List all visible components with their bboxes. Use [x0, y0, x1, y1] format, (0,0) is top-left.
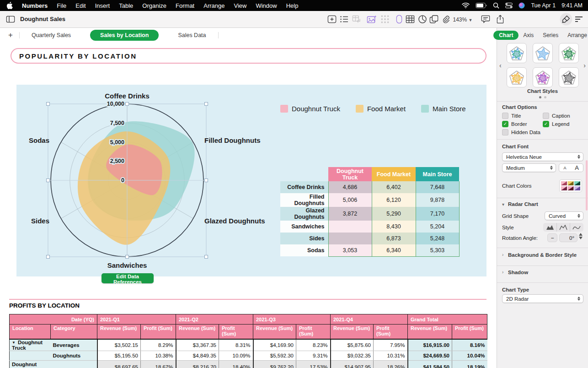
selection-handle[interactable] — [205, 103, 208, 106]
menu-item-help[interactable]: Help — [282, 2, 303, 9]
sheet-tab-sales-by-location[interactable]: Sales by Location — [90, 30, 159, 41]
chart-legend[interactable]: Doughnut TruckFood MarketMain Store — [280, 105, 466, 113]
data-cell[interactable]: 6,340 — [372, 244, 416, 256]
selection-handle[interactable] — [126, 103, 129, 106]
shadow-label[interactable]: Shadow — [508, 270, 528, 275]
selection-handle[interactable] — [126, 255, 129, 259]
shape-icon[interactable] — [396, 15, 402, 24]
data-cell[interactable]: 10.38% — [141, 351, 176, 360]
location-cell[interactable]: Doughnut Truck Total — [10, 360, 51, 368]
sheet-tab-quarterly-sales[interactable]: Quarterly Sales — [20, 30, 83, 41]
zoom-control[interactable]: 143% ▼ — [453, 16, 473, 23]
data-cell[interactable]: 8.29% — [141, 339, 176, 351]
profits-pivot-table[interactable]: Date (YQ)2021-Q12021-Q22021-Q32021-Q4Gra… — [9, 314, 487, 368]
selection-handle[interactable] — [205, 179, 208, 182]
inspector-tab-axis[interactable]: Axis — [519, 31, 538, 40]
caption-checkbox[interactable] — [543, 113, 549, 119]
quarter-header-2021-q4[interactable]: 2021-Q4 — [331, 314, 408, 325]
categories-icon[interactable] — [353, 16, 361, 23]
data-cell[interactable]: 8.23% — [296, 339, 331, 351]
data-cell[interactable]: 10.09% — [219, 351, 253, 360]
organize-icon[interactable] — [575, 16, 583, 22]
font-size-decrease-button[interactable]: A — [559, 163, 571, 172]
format-brush-icon[interactable] — [562, 16, 570, 23]
menu-item-numbers[interactable]: Numbers — [16, 2, 52, 9]
category-cell[interactable]: Beverages — [51, 339, 97, 351]
sub-header-revenue-sum[interactable]: Revenue (Sum) — [97, 325, 141, 339]
sub-header-profit-sum[interactable]: Profit (Sum) — [374, 325, 408, 339]
data-cell[interactable]: 10.31% — [374, 351, 408, 360]
quarter-header-grand-total[interactable]: Grand Total — [408, 314, 487, 325]
disclosure-triangle-icon[interactable]: ▼ — [12, 341, 16, 345]
menu-item-file[interactable]: File — [52, 2, 71, 9]
data-cell[interactable]: 17.53% — [296, 360, 331, 368]
category-header[interactable]: Category — [51, 325, 97, 339]
sheet-tab-sales-data[interactable]: Sales Data — [166, 30, 218, 41]
data-cell[interactable]: 5,006 — [328, 193, 372, 207]
font-family-dropdown[interactable]: Helvetica Neue — [502, 152, 583, 161]
section-expand-icon[interactable]: › — [502, 270, 503, 275]
data-cell[interactable]: $5,195.50 — [97, 351, 141, 360]
sub-header-revenue-sum[interactable]: Revenue (Sum) — [331, 325, 374, 339]
media-icon[interactable] — [367, 16, 377, 23]
selection-handle[interactable] — [47, 103, 50, 106]
table-icon[interactable] — [406, 16, 415, 23]
styles-prev-icon[interactable]: ‹ — [499, 62, 502, 69]
background-border-style-label[interactable]: Background & Border Style — [508, 252, 577, 258]
inspector-tab-series[interactable]: Series — [538, 31, 563, 40]
data-cell[interactable]: 7,170 — [416, 207, 459, 221]
column-header-doughnut-truck[interactable]: Doughnut Truck — [328, 167, 372, 181]
data-cell[interactable]: 6,873 — [372, 233, 416, 244]
title-checkbox[interactable] — [502, 113, 508, 119]
menu-item-window[interactable]: Window — [251, 2, 281, 9]
share-icon[interactable] — [497, 15, 504, 24]
sub-header-profit-sum[interactable]: Profit (Sum) — [452, 325, 487, 339]
data-cell[interactable]: $14,907.95 — [331, 360, 374, 368]
border-checkbox[interactable]: ✓ — [502, 121, 508, 127]
shapes-icon[interactable] — [430, 15, 438, 23]
chart-style-thumbnail-6[interactable] — [559, 67, 579, 87]
data-cell[interactable]: $5,592.30 — [253, 351, 296, 360]
selection-handle[interactable] — [47, 179, 50, 182]
edit-data-references-button[interactable]: Edit Data References — [102, 273, 154, 283]
legend-item-food-market[interactable]: Food Market — [356, 105, 406, 113]
radar-chart-object[interactable]: 02,5005,0007,50010,000Coffee DrinksFille… — [16, 85, 486, 276]
rotation-stepper[interactable] — [579, 233, 583, 239]
sort-filter-icon[interactable] — [340, 16, 348, 23]
radar-style-line-button[interactable] — [556, 223, 570, 232]
chart-style-thumbnail-4[interactable] — [507, 67, 527, 87]
data-cell[interactable]: $8,697.65 — [97, 360, 141, 368]
data-cell[interactable]: $9,762.20 — [253, 360, 296, 368]
styles-next-icon[interactable]: › — [583, 62, 586, 69]
data-cell[interactable]: $41,584.50 — [408, 360, 452, 368]
data-cell[interactable]: 6,120 — [372, 193, 416, 207]
source-data-table[interactable]: Doughnut TruckFood MarketMain StoreCoffe… — [280, 167, 460, 257]
section-collapse-icon[interactable]: ▾ — [502, 202, 504, 207]
data-cell[interactable]: 18.26% — [374, 360, 408, 368]
chart-style-thumbnail-2[interactable] — [533, 43, 553, 63]
sheet-canvas[interactable]: POPULARITY BY LOCATION 02,5005,0007,5001… — [0, 43, 497, 368]
data-cell[interactable]: 8,430 — [372, 221, 416, 233]
menu-date[interactable]: Tue Apr 1 — [531, 2, 556, 9]
data-cell[interactable] — [328, 221, 372, 233]
data-cell[interactable]: 8.16% — [452, 339, 487, 351]
data-cell[interactable]: 7,648 — [416, 181, 459, 193]
data-cell[interactable]: 8.31% — [219, 339, 253, 351]
row-header[interactable]: Filled Doughnuts — [280, 193, 328, 207]
sub-header-revenue-sum[interactable]: Revenue (Sum) — [253, 325, 296, 339]
sheet-title-textbox[interactable]: POPULARITY BY LOCATION — [11, 48, 486, 64]
font-weight-dropdown[interactable]: Medium — [502, 163, 556, 172]
legend-item-main-store[interactable]: Main Store — [421, 105, 466, 113]
data-cell[interactable]: 18.40% — [219, 360, 253, 368]
menu-item-insert[interactable]: Insert — [91, 2, 115, 9]
data-cell[interactable]: $16,915.00 — [408, 339, 452, 351]
category-cell[interactable]: Doughnuts — [51, 351, 97, 360]
data-cell[interactable]: $9,032.35 — [331, 351, 374, 360]
inspector-tab-arrange[interactable]: Arrange — [563, 31, 588, 40]
spotlight-icon[interactable] — [493, 2, 499, 9]
font-size-increase-button[interactable]: A — [571, 163, 583, 172]
quarter-header-2021-q3[interactable]: 2021-Q3 — [253, 314, 331, 325]
styles-pager-dots[interactable] — [497, 96, 588, 98]
grid-icon[interactable] — [381, 16, 389, 23]
column-header-main-store[interactable]: Main Store — [416, 167, 459, 181]
